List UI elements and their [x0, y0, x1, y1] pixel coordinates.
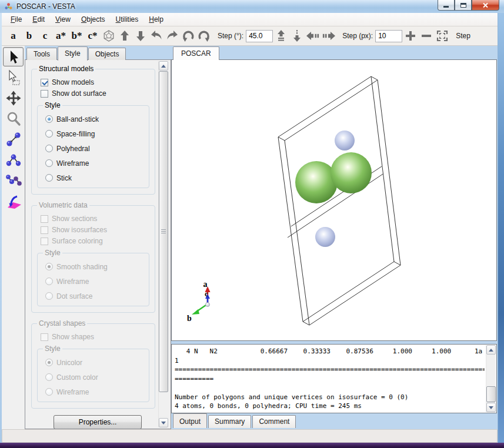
output-scroll-down-button[interactable]	[486, 403, 496, 412]
menu-file[interactable]: File	[5, 13, 27, 26]
minimize-button[interactable]	[438, 0, 455, 11]
zoom-out-button[interactable]	[418, 28, 434, 44]
polyhedral-label: Polyhedral	[56, 145, 90, 153]
dot-surface-row: Dot surface	[45, 289, 145, 303]
dot-surface-label: Dot surface	[56, 292, 92, 300]
atom-n-top[interactable]	[335, 131, 355, 151]
magnify-tool-button[interactable]	[3, 109, 24, 128]
output-log-text: 4 N N2 0.66667 0.33333 0.87536 1.000 1.0…	[175, 347, 485, 412]
menu-utilities[interactable]: Utilities	[111, 13, 144, 26]
menu-view[interactable]: View	[50, 13, 76, 26]
space-filling-radio[interactable]	[45, 130, 53, 138]
unit-cell-outline	[278, 76, 400, 325]
view-along-b-star-button[interactable]: b*	[69, 30, 85, 42]
arrow-left-bars-icon	[305, 29, 321, 43]
volumetric-data-group: Volumetric data Show sections Show isosu…	[31, 201, 155, 313]
translate-tool-button[interactable]	[3, 88, 24, 108]
distance-tool-button[interactable]	[3, 129, 24, 149]
rotate-plus-step-button[interactable]	[273, 28, 289, 44]
output-scrollbar[interactable]	[486, 345, 496, 412]
zoom-in-button[interactable]	[402, 28, 418, 44]
tab-objects[interactable]: Objects	[88, 48, 126, 60]
translate-right-button[interactable]	[321, 28, 336, 44]
arrow-right-bars-icon	[321, 29, 336, 43]
show-isosurfaces-row: Show isosurfaces	[41, 226, 151, 234]
tool-strip	[2, 46, 25, 429]
fit-to-screen-button[interactable]	[434, 28, 450, 44]
angle-tool-button[interactable]	[3, 150, 24, 169]
tab-style[interactable]: Style	[58, 46, 88, 61]
toolbar: a b c a* b* c*	[2, 26, 498, 46]
translate-left-button[interactable]	[305, 28, 321, 44]
rotate-right-button[interactable]	[164, 28, 180, 44]
side-panel-tabs: Tools Style Objects	[25, 46, 171, 60]
rotate-down-button[interactable]	[132, 28, 148, 44]
ball-and-stick-radio[interactable]	[45, 115, 53, 123]
view-along-c-star-button[interactable]: c*	[85, 30, 101, 42]
polyhedron-icon	[102, 29, 116, 43]
panel-scrollbar[interactable]	[158, 61, 168, 427]
step-deg-input[interactable]	[246, 30, 273, 42]
show-models-checkbox[interactable]	[41, 79, 48, 86]
view-along-c-button[interactable]: c	[37, 30, 53, 42]
show-shapes-label: Show shapes	[52, 333, 94, 341]
rotate-left-button[interactable]	[148, 28, 164, 44]
rotate-ccw-button[interactable]	[180, 28, 196, 44]
menu-help[interactable]: Help	[143, 13, 169, 26]
maximize-button[interactable]	[455, 0, 472, 11]
rotate-cw-button[interactable]	[196, 28, 212, 44]
close-button[interactable]	[472, 0, 499, 11]
dihedral-tool-button[interactable]	[3, 170, 24, 190]
tab-tools[interactable]: Tools	[26, 48, 57, 60]
polyhedral-radio[interactable]	[45, 145, 53, 152]
dihedral-angle-icon	[5, 172, 22, 189]
volumetric-wireframe-label: Wireframe	[56, 278, 89, 286]
atom-green-right[interactable]	[331, 152, 372, 193]
tab-output[interactable]: Output	[173, 413, 207, 428]
properties-button[interactable]: Properties...	[54, 415, 142, 429]
panel-scroll-up-button[interactable]	[159, 61, 168, 71]
style-tab-page: Structural models Show models Show dot s…	[25, 59, 171, 429]
step-px-input[interactable]	[375, 30, 402, 42]
output-scroll-thumb[interactable]	[486, 386, 496, 402]
custom-color-radio	[45, 373, 53, 381]
view-along-a-star-button[interactable]: a*	[53, 30, 69, 42]
wireframe-radio[interactable]	[45, 159, 53, 167]
tab-summary[interactable]: Summary	[208, 415, 251, 428]
area-select-tool-button[interactable]	[3, 68, 24, 87]
axis-a-label: a	[203, 280, 208, 289]
show-dot-surface-label: Show dot surface	[52, 89, 106, 98]
polyhedron-view-button[interactable]	[101, 28, 116, 44]
panel-scroll-thumb[interactable]	[159, 71, 168, 392]
atom-n-bottom[interactable]	[315, 227, 335, 247]
stick-row: Stick	[45, 170, 145, 185]
show-dot-surface-checkbox[interactable]	[41, 90, 48, 98]
crystal-style-legend: Style	[43, 345, 62, 353]
menu-objects[interactable]: Objects	[76, 13, 111, 26]
tab-comment[interactable]: Comment	[252, 415, 296, 428]
smooth-shading-label: Smooth shading	[56, 263, 108, 271]
select-tool-button[interactable]	[3, 47, 24, 66]
output-tabs: Output Summary Comment	[173, 413, 297, 428]
orientation-tool-button[interactable]	[3, 191, 24, 210]
view-along-b-button[interactable]: b	[21, 30, 37, 42]
atom-green-left[interactable]	[295, 161, 338, 203]
tab-poscar[interactable]: POSCAR	[173, 46, 219, 60]
show-sections-label: Show sections	[52, 215, 97, 223]
view-along-a-button[interactable]: a	[5, 30, 21, 42]
unicolor-row: Unicolor	[45, 355, 145, 370]
rotate-up-button[interactable]	[116, 28, 132, 44]
panel-scroll-down-button[interactable]	[159, 418, 168, 427]
wireframe-row: Wireframe	[45, 156, 145, 170]
triangle-down-icon	[161, 422, 166, 424]
bond-angle-icon	[5, 152, 22, 168]
stick-radio[interactable]	[45, 174, 53, 182]
viewport-tabs: POSCAR	[173, 46, 219, 60]
unicolor-label: Unicolor	[56, 359, 82, 367]
unicolor-radio	[45, 359, 53, 366]
output-scroll-up-button[interactable]	[486, 345, 496, 355]
crystal-viewport[interactable]: a c b	[171, 59, 497, 341]
menu-edit[interactable]: Edit	[27, 13, 50, 26]
rotate-minus-step-button[interactable]	[289, 28, 305, 44]
volumetric-style-legend: Style	[43, 249, 62, 257]
